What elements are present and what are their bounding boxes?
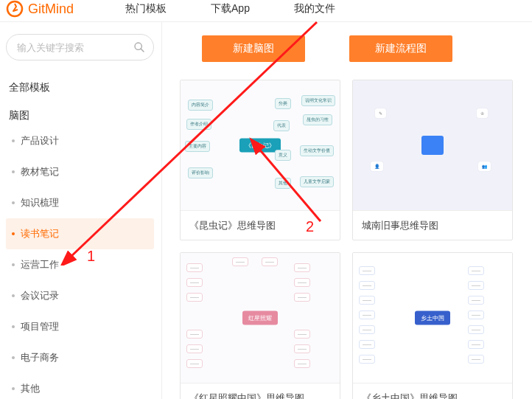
sidebar-item-knowledge[interactable]: 知识梳理: [6, 187, 154, 218]
top-header: GitMind 热门模板 下载App 我的文件: [0, 0, 532, 22]
sidebar-item-label: 项目管理: [21, 321, 59, 332]
nav-hot-templates[interactable]: 热门模板: [125, 2, 167, 15]
mindmap-node: 👤: [371, 162, 383, 171]
mindmap-node: ——: [468, 281, 484, 290]
mindmap-node: ——: [186, 293, 203, 302]
sidebar-item-ecommerce[interactable]: 电子商务: [6, 342, 154, 373]
top-nav: 热门模板 下载App 我的文件: [125, 2, 335, 15]
mindmap-node: 主要内容: [185, 141, 210, 152]
template-title: 城南旧事思维导图: [353, 210, 512, 240]
mindmap-node: ——: [359, 325, 375, 334]
new-mindmap-button[interactable]: 新建脑图: [202, 35, 305, 62]
sidebar-item-label: 产品设计: [21, 135, 59, 146]
mindmap-node: ——: [186, 278, 203, 287]
template-card[interactable]: 红星照耀 —— —— —— —— —— —— —— —— —— —— —— ——…: [180, 252, 340, 399]
search-input[interactable]: [6, 34, 154, 60]
sidebar: 全部模板 脑图 产品设计 教材笔记 知识梳理 读书笔记 运营工作 会议记录 项目…: [0, 22, 162, 399]
mindmap-node: 代表: [273, 120, 290, 131]
mindmap-node: ——: [294, 344, 310, 353]
sidebar-item-label: 读书笔记: [21, 228, 59, 239]
mindmap-node: ——: [294, 263, 310, 272]
mindmap-center-node: 红星照耀: [242, 311, 278, 325]
nav-my-files[interactable]: 我的文件: [294, 2, 335, 15]
mindmap-node: ——: [294, 330, 310, 339]
category-root-all[interactable]: 全部模板: [6, 75, 154, 100]
mindmap-node: ——: [232, 257, 248, 266]
template-thumbnail: ✎ ♔ 👤 👥: [353, 80, 512, 210]
sidebar-item-label: 会议记录: [21, 290, 59, 301]
mindmap-node: ——: [468, 296, 484, 305]
template-thumbnail: 乡土中国 —— —— —— —— —— —— —— —— —— —— —— ——…: [353, 253, 512, 383]
search-icon[interactable]: [133, 41, 145, 53]
sidebar-list: 产品设计 教材笔记 知识梳理 读书笔记 运营工作 会议记录 项目管理 电子商务 …: [6, 125, 154, 399]
mindmap-node: ——: [262, 257, 278, 266]
template-title: 《红星照耀中国》思维导图: [181, 383, 340, 399]
mindmap-node: ♔: [477, 108, 488, 118]
mindmap-node: ——: [359, 310, 375, 319]
sidebar-item-label: 其他: [21, 383, 40, 394]
mindmap-center-node: 乡土中国: [415, 311, 450, 325]
brand-logo[interactable]: GitMind: [6, 0, 74, 18]
template-thumbnail: 红星照耀 —— —— —— —— —— —— —— —— —— —— —— ——…: [181, 253, 340, 383]
mindmap-node: 👥: [478, 162, 491, 171]
template-grid: 《昆虫记》 内容简介 作者介绍 主要内容 评价影响 分类 代表 意义 其他 说明…: [180, 80, 525, 399]
mindmap-node: ——: [186, 330, 203, 339]
main-layout: 全部模板 脑图 产品设计 教材笔记 知识梳理 读书笔记 运营工作 会议记录 项目…: [0, 22, 532, 399]
mindmap-node: 意义: [275, 150, 291, 161]
mindmap-node: ——: [359, 355, 375, 364]
create-buttons-row: 新建脑图 新建流程图: [202, 35, 525, 62]
sidebar-item-operations[interactable]: 运营工作: [6, 249, 154, 280]
template-card[interactable]: ✎ ♔ 👤 👥 城南旧事思维导图: [352, 80, 513, 240]
mindmap-node: ——: [186, 344, 203, 353]
sidebar-item-project-mgmt[interactable]: 项目管理: [6, 311, 154, 342]
template-title: 《乡土中国》思维导图: [353, 383, 512, 399]
mindmap-node: 作者介绍: [186, 119, 211, 130]
sidebar-item-label: 教材笔记: [21, 166, 59, 177]
mindmap-node: ——: [359, 281, 375, 290]
sidebar-item-textbook-notes[interactable]: 教材笔记: [6, 156, 154, 187]
sidebar-item-label: 运营工作: [21, 259, 59, 270]
mindmap-node: 其他: [275, 178, 291, 189]
new-flowchart-button[interactable]: 新建流程图: [349, 35, 452, 62]
template-card[interactable]: 乡土中国 —— —— —— —— —— —— —— —— —— —— —— ——…: [352, 252, 513, 399]
mindmap-node: ——: [468, 355, 484, 364]
mindmap-node: 昆虫的习性: [303, 114, 332, 125]
mindmap-center-node: [421, 136, 444, 155]
mindmap-node: ——: [468, 310, 484, 319]
brand-name: GitMind: [28, 1, 74, 17]
brand-logo-icon: [6, 0, 24, 18]
nav-download-app[interactable]: 下载App: [211, 2, 250, 15]
mindmap-node: 生动文学价值: [300, 145, 334, 156]
mindmap-node: 评价影响: [188, 167, 213, 178]
content-area: 新建脑图 新建流程图 《昆虫记》 内容简介 作者介绍 主要内容 评价影响 分类 …: [162, 22, 532, 399]
mindmap-node: ——: [359, 266, 375, 275]
mindmap-node: ✎: [375, 108, 386, 118]
category-heading-mindmap: 脑图: [6, 100, 154, 125]
mindmap-node: ——: [294, 293, 310, 302]
mindmap-node: ——: [468, 266, 484, 275]
sidebar-item-label: 知识梳理: [21, 197, 59, 208]
mindmap-node: ——: [294, 359, 310, 368]
sidebar-item-reading-notes[interactable]: 读书笔记: [6, 218, 154, 249]
template-title: 《昆虫记》思维导图: [181, 210, 340, 240]
sidebar-item-label: 电子商务: [21, 352, 59, 363]
search-box: [6, 34, 154, 60]
sidebar-item-other[interactable]: 其他: [6, 373, 154, 399]
template-card[interactable]: 《昆虫记》 内容简介 作者介绍 主要内容 评价影响 分类 代表 意义 其他 说明…: [180, 80, 340, 240]
mindmap-node: 内容简介: [188, 100, 213, 111]
mindmap-node: ——: [359, 296, 375, 305]
svg-line-2: [141, 49, 144, 52]
mindmap-node: ——: [359, 340, 375, 349]
mindmap-node: 说明文化常识: [301, 95, 335, 106]
mindmap-node: ——: [294, 278, 310, 287]
mindmap-node: 儿童文学启蒙: [300, 176, 334, 187]
sidebar-item-meeting-notes[interactable]: 会议记录: [6, 280, 154, 311]
sidebar-item-product-design[interactable]: 产品设计: [6, 125, 154, 156]
mindmap-node: ——: [468, 325, 484, 334]
template-thumbnail: 《昆虫记》 内容简介 作者介绍 主要内容 评价影响 分类 代表 意义 其他 说明…: [181, 80, 340, 210]
mindmap-node: ——: [186, 263, 203, 272]
mindmap-node: ——: [468, 340, 484, 349]
mindmap-node: 分类: [275, 98, 291, 109]
mindmap-node: ——: [186, 359, 203, 368]
